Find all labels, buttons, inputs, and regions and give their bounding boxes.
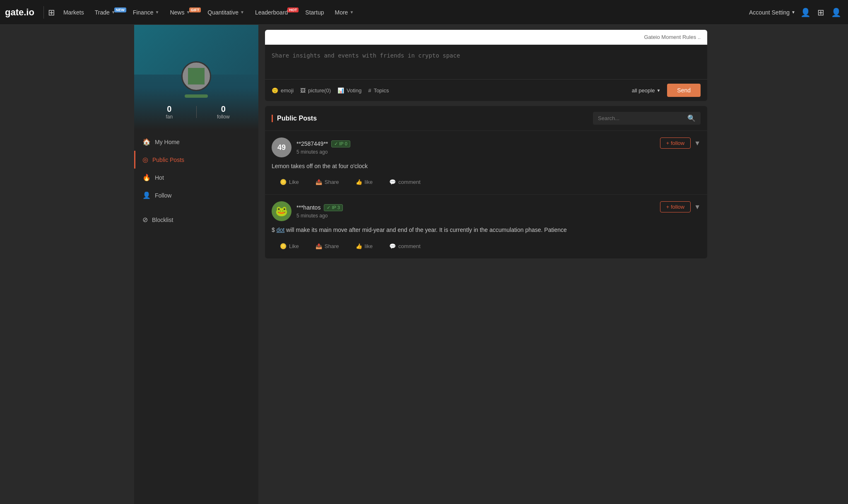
nav-item-leaderboard[interactable]: Leaderboard HOT — [250, 7, 299, 18]
post-username-row: ***hantos ✓ IP 3 — [296, 204, 343, 211]
send-button[interactable]: Send — [667, 84, 701, 97]
avatar — [181, 61, 211, 91]
like-button[interactable]: 👍 like — [347, 241, 381, 252]
share-button[interactable]: 📤 Share — [307, 241, 347, 252]
frog-emoji: 🐸 — [275, 205, 288, 217]
nav-item-quantitative[interactable]: Quantitative ▼ — [202, 7, 249, 18]
finance-chevron: ▼ — [155, 10, 159, 14]
profile-banner — [134, 25, 258, 75]
picture-icon: 🖼 — [300, 87, 306, 94]
user-plus-icon: 👤 — [142, 191, 151, 199]
post-header: 49 **2587449** ✓ IP 0 5 mi — [272, 137, 701, 157]
quant-chevron: ▼ — [240, 10, 244, 14]
username[interactable]: **2587449** — [296, 140, 328, 147]
post-footer: 🪙 Like 📤 Share 👍 like 💬 comment — [272, 241, 701, 252]
profile-stats: 0 fan 0 follow — [134, 104, 258, 120]
logo[interactable]: gate.io — [5, 7, 34, 18]
post-composer: Gateio Moment Rules .. 🙂 emoji 🖼 picture… — [265, 30, 707, 101]
vip-checkmark: ✓ — [327, 205, 330, 210]
nav-items: Markets Trade NEW ▼ Finance ▼ News GIFT … — [58, 7, 749, 18]
chevron-down-icon[interactable]: ▼ — [694, 203, 701, 211]
picture-button[interactable]: 🖼 picture(0) — [300, 87, 331, 94]
post-link-dot[interactable]: dot — [277, 227, 284, 233]
post-avatar: 🐸 — [272, 201, 292, 221]
follow-stat: 0 follow — [197, 104, 251, 120]
voting-icon: 📊 — [337, 87, 344, 94]
post-time: 5 minutes ago — [296, 213, 343, 219]
search-input[interactable] — [598, 115, 684, 121]
username[interactable]: ***hantos — [296, 204, 320, 211]
post-content: $ dot will make its main move after mid-… — [272, 225, 701, 234]
topics-icon: # — [368, 87, 371, 94]
fan-label: fan — [142, 114, 196, 120]
grid-icon[interactable]: ⊞ — [48, 7, 55, 17]
user-profile-icon[interactable]: 👤 — [829, 6, 843, 19]
thumbs-up-icon: 👍 — [356, 243, 362, 249]
nav-item-markets[interactable]: Markets — [58, 7, 89, 18]
emoji-icon: 🙂 — [272, 87, 278, 94]
comment-button[interactable]: 💬 comment — [381, 241, 429, 252]
follow-count: 0 — [197, 104, 251, 114]
composer-rules: Gateio Moment Rules .. — [265, 30, 707, 45]
post-time: 5 minutes ago — [296, 149, 350, 155]
circle-icon: ◎ — [142, 156, 148, 164]
nav-item-finance[interactable]: Finance ▼ — [128, 7, 164, 18]
fan-count: 0 — [142, 104, 196, 114]
user-circle-icon[interactable]: 👤 — [799, 6, 812, 19]
fire-icon: 🔥 — [142, 174, 151, 181]
sidebar-item-hot[interactable]: 🔥 Hot — [134, 169, 258, 186]
comment-icon: 💬 — [389, 179, 396, 185]
comment-icon: 💬 — [389, 243, 396, 249]
nav-item-news[interactable]: News GIFT ▼ — [165, 7, 202, 18]
audience-selector[interactable]: all people ▼ — [632, 87, 661, 94]
topics-button[interactable]: # Topics — [368, 87, 389, 94]
share-button[interactable]: 📤 Share — [307, 176, 347, 188]
audience-chevron: ▼ — [656, 88, 660, 93]
main-layout: 0 fan 0 follow 🏠 My Home ◎ Public Posts — [134, 25, 714, 504]
sidebar-item-public-posts[interactable]: ◎ Public Posts — [134, 151, 258, 169]
post-textarea[interactable] — [265, 45, 707, 78]
share-icon: 📤 — [316, 243, 322, 249]
follow-button[interactable]: + follow — [660, 137, 691, 149]
coin-icon: 🪙 — [280, 243, 287, 249]
post-header: 🐸 ***hantos ✓ IP 3 5 minu — [272, 201, 701, 221]
post-meta: **2587449** ✓ IP 0 5 minutes ago — [296, 140, 350, 155]
post-username-row: **2587449** ✓ IP 0 — [296, 140, 350, 147]
like-coin-button[interactable]: 🪙 Like — [272, 241, 307, 252]
nav-item-more[interactable]: More ▼ — [330, 7, 359, 18]
nav-item-startup[interactable]: Startup — [300, 7, 329, 18]
like-button[interactable]: 👍 like — [347, 176, 381, 188]
home-icon: 🏠 — [142, 138, 151, 146]
sidebar-item-blocklist[interactable]: ⊘ Blocklist — [134, 211, 258, 229]
trade-badge: NEW — [114, 7, 126, 12]
profile-avatar-wrap — [181, 61, 211, 91]
qr-code-icon[interactable]: ⊞ — [816, 6, 826, 19]
post-content: Lemon takes off on the at four o'clock — [272, 162, 701, 171]
composer-toolbar: 🙂 emoji 🖼 picture(0) 📊 Voting # Topics — [265, 79, 707, 101]
profile-name-bar — [134, 94, 258, 98]
thumbs-up-icon: 👍 — [356, 179, 362, 185]
nav-right: Account Setting ▼ 👤 ⊞ 👤 — [749, 6, 843, 19]
like-coin-button[interactable]: 🪙 Like — [272, 176, 307, 188]
post-meta: ***hantos ✓ IP 3 5 minutes ago — [296, 204, 343, 219]
sidebar-item-my-home[interactable]: 🏠 My Home — [134, 133, 258, 151]
profile-card: 0 fan 0 follow — [134, 25, 258, 130]
sidebar-item-follow[interactable]: 👤 Follow — [134, 186, 258, 204]
blocklist-label: Blocklist — [152, 217, 173, 223]
voting-button[interactable]: 📊 Voting — [337, 87, 361, 94]
nav-item-trade[interactable]: Trade NEW ▼ — [90, 7, 127, 18]
post-user-info: 🐸 ***hantos ✓ IP 3 5 minu — [272, 201, 343, 221]
block-icon: ⊘ — [142, 216, 148, 224]
chevron-down-icon[interactable]: ▼ — [694, 140, 701, 147]
vip-badge: ✓ IP 0 — [331, 140, 350, 147]
avatar-image — [188, 68, 205, 84]
account-setting[interactable]: Account Setting ▼ — [749, 9, 795, 16]
sidebar: 0 fan 0 follow 🏠 My Home ◎ Public Posts — [134, 25, 258, 504]
posts-header: Public Posts 🔍 — [265, 106, 707, 131]
navbar: gate.io ⊞ Markets Trade NEW ▼ Finance ▼ … — [0, 0, 848, 25]
emoji-button[interactable]: 🙂 emoji — [272, 87, 294, 94]
comment-button[interactable]: 💬 comment — [381, 176, 429, 188]
vip-checkmark: ✓ — [334, 141, 338, 147]
follow-button[interactable]: + follow — [660, 201, 691, 212]
public-posts-label: Public Posts — [152, 157, 184, 163]
